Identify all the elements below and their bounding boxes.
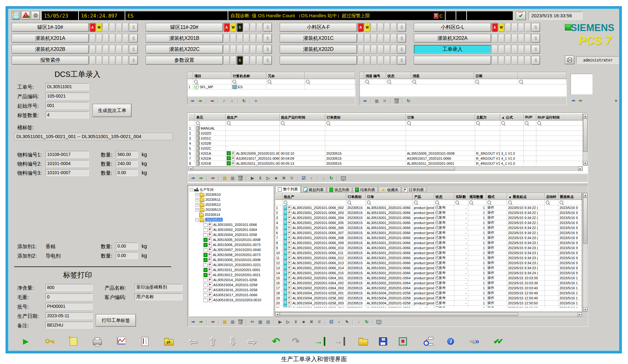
- export-button[interactable]: ⇒: [190, 318, 197, 325]
- filter-cell[interactable]: [386, 79, 411, 84]
- table-row[interactable]: 11AL30515001_2020101-0066_01220230515AL3…: [275, 255, 582, 260]
- nav-down-button[interactable]: ⇩: [224, 334, 241, 349]
- export-release-button[interactable]: ⇒: [198, 175, 204, 182]
- filter-cell[interactable]: [559, 200, 582, 205]
- save-button[interactable]: [375, 334, 392, 349]
- redo-button[interactable]: ↷: [287, 334, 304, 349]
- column-header[interactable]: 启动时: [545, 193, 559, 200]
- horizontal-scrollbar[interactable]: ◄►: [188, 166, 583, 171]
- tree-splitter[interactable]: [273, 186, 274, 316]
- filter-cell[interactable]: [536, 120, 583, 126]
- material-1-qty-input[interactable]: [116, 151, 138, 158]
- abort-time-button[interactable]: ✖: [288, 175, 295, 182]
- filter-cell[interactable]: [413, 200, 434, 205]
- scroll-up-button[interactable]: ▲: [583, 114, 587, 118]
- tree-node-AL30515007_201010201-0040[interactable]: AL30515007_201010201-0040: [190, 247, 273, 252]
- column-header[interactable]: 批生产: [226, 114, 280, 120]
- nav-expand-button[interactable]: ⇩: [397, 23, 406, 32]
- export-release-button[interactable]: ⇒: [577, 97, 584, 104]
- hold-button[interactable]: ‖: [292, 318, 299, 325]
- column-header[interactable]: 订单类别: [346, 193, 366, 200]
- nav-up-button[interactable]: ⇧: [204, 334, 221, 349]
- audio-button[interactable]: »: [466, 334, 483, 349]
- tree-node-AL30515008_201020201-0073[interactable]: ✓AL30515008_201020201-0073: [190, 252, 273, 257]
- tree-node-20230511[interactable]: +20230511: [190, 197, 273, 202]
- import-button[interactable]: ⇒: [209, 318, 216, 325]
- table-row[interactable]: 1✔SFL_MPES: [187, 84, 355, 89]
- nav-left-button[interactable]: ⇦: [184, 334, 201, 349]
- stop-button[interactable]: ■: [300, 318, 307, 325]
- nav-button-filler-x202c[interactable]: 灌装机X202C: [146, 45, 223, 54]
- tree-node-20230510[interactable]: +20230510: [190, 192, 273, 197]
- tree-node-AL30515014_2020101-0258[interactable]: AL30515014_2020101-0258: [190, 277, 273, 282]
- filter-cell[interactable]: [283, 200, 346, 205]
- filter-cell[interactable]: [406, 120, 475, 126]
- table-row[interactable]: 9AL30515001_2020101-0066_01020230515AL30…: [275, 245, 582, 250]
- export-release-button[interactable]: ⇒: [197, 98, 204, 104]
- material-1-input[interactable]: [46, 151, 89, 158]
- nav-expand-button[interactable]: ⇩: [129, 34, 138, 43]
- additive-2-qty-input[interactable]: [116, 252, 138, 259]
- table-row[interactable]: 8AL30515001_2020101-0066_00920230515AL30…: [275, 240, 582, 245]
- filter-cell[interactable]: [346, 200, 366, 205]
- scroll-down-button[interactable]: ▼: [583, 161, 587, 165]
- excel-remove-button[interactable]: ✖: [394, 334, 411, 349]
- start-button[interactable]: ▶: [277, 318, 284, 325]
- column-header[interactable]: 批生产运行时间: [280, 114, 325, 120]
- table-row[interactable]: 5X202C: [188, 146, 583, 151]
- monitor-button[interactable]: [375, 318, 382, 325]
- login-button[interactable]: →: [311, 334, 328, 349]
- resume-button[interactable]: ▷: [265, 175, 272, 182]
- info-button[interactable]: i: [442, 334, 459, 349]
- trash-button[interactable]: [237, 175, 244, 182]
- tree-node-AS30515019_201010203-0010[interactable]: AS30515019_201010203-0010: [190, 297, 273, 302]
- nav-expand-button[interactable]: ⇩: [129, 56, 138, 65]
- net-input[interactable]: [46, 284, 93, 291]
- status-report-button[interactable]: [137, 334, 154, 349]
- table-row[interactable]: 12AL30515001_2020101-0066_01320230515AL3…: [275, 260, 582, 265]
- scroll-left-button[interactable]: ◄: [275, 312, 279, 317]
- refresh-button[interactable]: ↻: [328, 175, 335, 182]
- nav-button-tank-area-11-20[interactable]: 罐区11#-20#: [146, 23, 223, 32]
- tree-node-AL30515010_201020201-0221[interactable]: AL30515010_201020201-0221: [190, 262, 273, 267]
- tree-node-root[interactable]: −生产车间: [190, 187, 273, 192]
- tab-整个列表[interactable]: 整个列表: [275, 186, 300, 193]
- tree-node-AS30515017_2020101-0066[interactable]: AS30515017_2020101-0066: [190, 292, 273, 297]
- column-header[interactable]: 单元: [195, 114, 226, 120]
- table-row[interactable]: 6AL30515001_2020101-0066_00720230515AL30…: [275, 230, 582, 235]
- create-order-button[interactable]: ▤: [221, 318, 228, 325]
- properties-button[interactable]: ▦: [373, 98, 380, 104]
- nav-button-filler-x202a[interactable]: 灌装机X202A: [414, 34, 491, 43]
- refresh-button[interactable]: ↻: [241, 98, 247, 104]
- nav-button-work-order-entry[interactable]: 工单录入: [414, 45, 491, 54]
- product-code-input[interactable]: [46, 93, 89, 99]
- filter-cell[interactable]: [275, 200, 283, 205]
- globe-button[interactable]: ●: [308, 175, 315, 182]
- confirm-button[interactable]: ✔✔: [490, 334, 507, 349]
- nav-button-filler-x201b[interactable]: 灌装机X201B: [146, 34, 223, 43]
- filter-cell[interactable]: [231, 79, 267, 84]
- filter-cell[interactable]: [280, 120, 325, 126]
- collapse-icon[interactable]: −: [190, 188, 193, 191]
- material-3-input[interactable]: [46, 169, 89, 176]
- tree-node-20230512[interactable]: +20230512: [190, 202, 273, 207]
- filter-cell[interactable]: [468, 200, 486, 205]
- filter-cell[interactable]: [195, 120, 226, 126]
- filter-cell[interactable]: [518, 79, 566, 84]
- filter-cell[interactable]: [411, 79, 474, 84]
- gross-input[interactable]: [46, 293, 93, 300]
- open-folder-button[interactable]: [355, 334, 372, 349]
- scroll-right-button[interactable]: ►: [577, 312, 582, 317]
- filter-cell[interactable]: [454, 200, 468, 205]
- filter-cell[interactable]: [364, 79, 386, 84]
- filter-cell[interactable]: [193, 79, 231, 84]
- tab-收藏夹[interactable]: ★收藏夹: [378, 187, 401, 193]
- tab-结果列表[interactable]: 结果列表: [353, 187, 378, 193]
- copy-button[interactable]: ▥: [257, 318, 264, 325]
- filter-cell[interactable]: [360, 79, 364, 84]
- suppress-button[interactable]: [31, 11, 40, 20]
- column-header[interactable]: 产品: [413, 193, 434, 200]
- nav-expand-button[interactable]: ⇩: [397, 45, 406, 54]
- commit-button[interactable]: ☑: [300, 175, 307, 182]
- nav-button-blank-1[interactable]: [280, 56, 357, 65]
